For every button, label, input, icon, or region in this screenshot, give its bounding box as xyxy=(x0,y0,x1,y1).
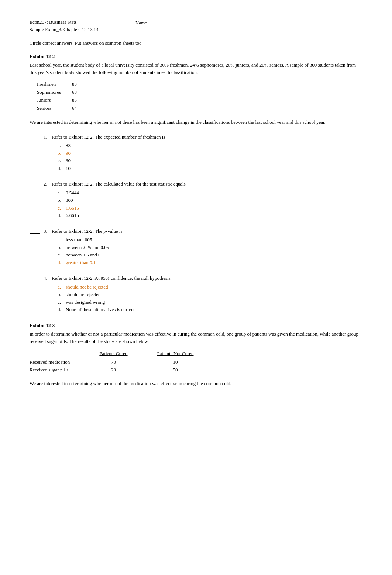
question-2: 2.Refer to Exhibit 12-2. The calculated … xyxy=(30,180,362,220)
choice-letter: a. xyxy=(58,142,63,149)
question-1-stem: Refer to Exhibit 12-2. The expected numb… xyxy=(52,133,362,141)
name-underline[interactable] xyxy=(147,19,206,25)
question-4-content: Refer to Exhibit 12-2. At 95% confidence… xyxy=(52,275,362,314)
student-row: Juniors85 xyxy=(37,96,88,104)
question-2-content: Refer to Exhibit 12-2. The calculated va… xyxy=(52,180,362,220)
choice-letter: b. xyxy=(58,150,63,157)
patients-cured-value: 20 xyxy=(85,366,142,374)
choice-letter: a. xyxy=(58,189,63,197)
patients-cured-value: 70 xyxy=(85,358,142,366)
answer-blank-2 xyxy=(30,180,40,186)
question-1-choices: a.83b.90c.30d.10 xyxy=(52,142,362,172)
choice-letter: b. xyxy=(58,291,63,298)
question-4-stem: Refer to Exhibit 12-2. At 95% confidence… xyxy=(52,275,362,282)
question-4-choices: a.should not be rejectedb.should be reje… xyxy=(52,283,362,313)
medication-row-label: Received sugar pills xyxy=(30,366,85,374)
choice-text: should not be rejected xyxy=(66,283,108,291)
patients-not-cured-value: 50 xyxy=(142,366,209,374)
choice-text: 6.6615 xyxy=(66,212,79,219)
student-counts-table: Freshmen83Sophomores68Juniors85Seniors64 xyxy=(37,80,362,112)
choice-text: 1.6615 xyxy=(66,204,79,212)
medication-row-label: Received medication xyxy=(30,358,85,366)
question-number-4: 4. xyxy=(44,275,47,282)
name-label: Name xyxy=(135,19,147,27)
medication-row: Received sugar pills2050 xyxy=(30,366,209,374)
choice-text: less than .005 xyxy=(66,236,92,244)
exhibit-12-2: Exhibit 12-2 Last school year, the stude… xyxy=(30,53,362,126)
student-row: Sophomores68 xyxy=(37,88,88,96)
question-3-choice-1: a.less than .005 xyxy=(58,236,362,244)
exam-title: Sample Exam_3. Chapters 12,13,14 xyxy=(30,26,99,33)
answer-blank-1 xyxy=(30,133,40,139)
question-number-2: 2. xyxy=(44,180,47,188)
question-2-number-area: 2. xyxy=(30,180,52,220)
choice-letter: c. xyxy=(58,299,63,306)
student-category: Freshmen xyxy=(37,80,72,88)
question-2-choice-4: d.6.6615 xyxy=(58,212,362,219)
exhibit-12-3-title: Exhibit 12-3 xyxy=(30,322,362,329)
choice-text: greater than 0.1 xyxy=(66,259,96,266)
instructions-text: Circle correct answers. Put answers on s… xyxy=(30,40,143,46)
choice-text: 83 xyxy=(66,142,71,149)
choice-letter: b. xyxy=(58,197,63,204)
choice-text: should be rejected xyxy=(66,291,101,298)
choice-letter: d. xyxy=(58,165,63,172)
exhibit-12-3-summary: We are interested in determining whether… xyxy=(30,380,362,387)
question-2-choices: a.0.5444b.300c.1.6615d.6.6615 xyxy=(52,189,362,219)
choice-text: None of these alternatives is correct. xyxy=(66,306,136,313)
exhibit-12-2-title: Exhibit 12-2 xyxy=(30,53,362,60)
student-count: 68 xyxy=(72,88,88,96)
course-title: Econ207: Business Stats xyxy=(30,18,99,26)
student-category: Juniors xyxy=(37,96,72,104)
student-count: 85 xyxy=(72,96,88,104)
question-1-choice-1: a.83 xyxy=(58,142,362,149)
name-field: Name xyxy=(135,18,206,33)
choice-text: 300 xyxy=(66,197,73,204)
choice-letter: d. xyxy=(58,259,63,266)
question-2-stem: Refer to Exhibit 12-2. The calculated va… xyxy=(52,180,362,188)
choice-text: 10 xyxy=(66,165,71,172)
question-4: 4.Refer to Exhibit 12-2. At 95% confiden… xyxy=(30,275,362,314)
question-3-choices: a.less than .005b.between .025 and 0.05c… xyxy=(52,236,362,266)
question-1-choice-2: b.90 xyxy=(58,150,362,157)
col-header-patients-cured: Patients Cured xyxy=(85,349,142,358)
choice-text: between .05 and 0.1 xyxy=(66,251,104,259)
exhibit-12-3-description: In order to determine whether or not a p… xyxy=(30,330,362,345)
student-row: Freshmen83 xyxy=(37,80,88,88)
question-1-content: Refer to Exhibit 12-2. The expected numb… xyxy=(52,133,362,173)
choice-letter: d. xyxy=(58,306,63,313)
question-3-stem: Refer to Exhibit 12-2. The p-value is xyxy=(52,228,362,235)
choice-text: 90 xyxy=(66,150,71,157)
questions-container: 1.Refer to Exhibit 12-2. The expected nu… xyxy=(30,133,362,314)
medication-table: Patients Cured Patients Not Cured Receiv… xyxy=(30,349,362,374)
col-header-patients-not-cured: Patients Not Cured xyxy=(142,349,209,358)
student-row: Seniors64 xyxy=(37,104,88,112)
choice-letter: b. xyxy=(58,244,63,251)
question-3-content: Refer to Exhibit 12-2. The p-value isa.l… xyxy=(52,228,362,267)
choice-text: 30 xyxy=(66,157,71,164)
question-3-choice-3: c.between .05 and 0.1 xyxy=(58,251,362,259)
question-2-choice-1: a.0.5444 xyxy=(58,189,362,197)
answer-blank-4 xyxy=(30,275,40,280)
student-count: 64 xyxy=(72,104,88,112)
patients-not-cured-value: 10 xyxy=(142,358,209,366)
choice-text: was designed wrong xyxy=(66,299,105,306)
question-1-number-area: 1. xyxy=(30,133,52,173)
choice-letter: a. xyxy=(58,283,63,291)
answer-blank-3 xyxy=(30,228,40,234)
choice-text: 0.5444 xyxy=(66,189,79,197)
student-count: 83 xyxy=(72,80,88,88)
question-1-choice-3: c.30 xyxy=(58,157,362,164)
choice-text: between .025 and 0.05 xyxy=(66,244,109,251)
choice-letter: d. xyxy=(58,212,63,219)
question-2-choice-3: c.1.6615 xyxy=(58,204,362,212)
question-4-choice-4: d.None of these alternatives is correct. xyxy=(58,306,362,313)
course-info: Econ207: Business Stats Sample Exam_3. C… xyxy=(30,18,99,33)
choice-letter: c. xyxy=(58,204,63,212)
question-4-choice-1: a.should not be rejected xyxy=(58,283,362,291)
question-4-choice-2: b.should be rejected xyxy=(58,291,362,298)
question-3-number-area: 3. xyxy=(30,228,52,267)
question-4-choice-3: c.was designed wrong xyxy=(58,299,362,306)
question-3-choice-2: b.between .025 and 0.05 xyxy=(58,244,362,251)
choice-letter: c. xyxy=(58,157,63,164)
